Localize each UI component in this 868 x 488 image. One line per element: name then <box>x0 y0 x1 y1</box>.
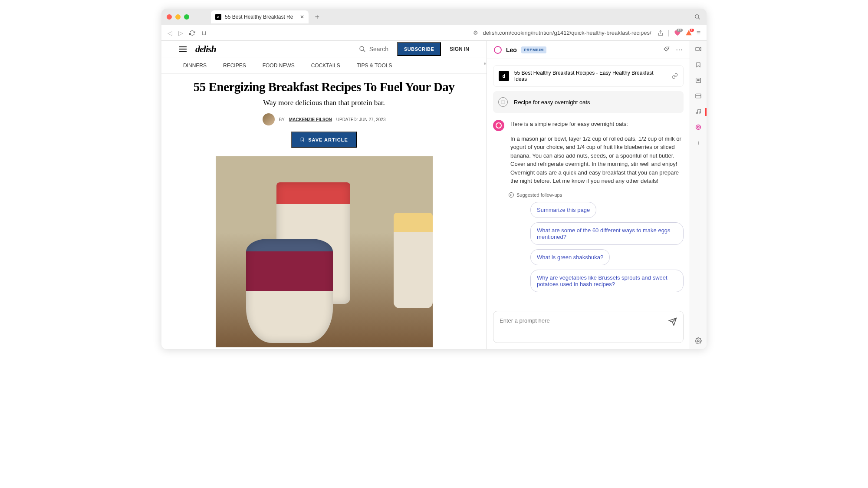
svg-rect-9 <box>696 94 701 98</box>
hero-image <box>216 156 433 347</box>
user-avatar-icon <box>498 97 508 107</box>
svg-point-2 <box>360 46 364 50</box>
new-tab-button[interactable]: + <box>315 13 319 22</box>
context-link-icon[interactable] <box>672 73 678 79</box>
leo-logo-icon <box>494 46 502 54</box>
more-icon[interactable]: ⋯ <box>676 46 683 54</box>
toolbar-icons: | 13 1 ≡ <box>658 29 701 37</box>
svg-point-14 <box>697 126 699 128</box>
signin-link[interactable]: SIGN IN <box>450 46 469 52</box>
send-icon[interactable] <box>668 317 677 326</box>
browser-tab[interactable]: d 55 Best Healthy Breakfast Re ✕ <box>211 10 309 23</box>
save-article-button[interactable]: SAVE ARTICLE <box>291 132 356 148</box>
by-prefix: BY <box>279 117 285 122</box>
nav-item[interactable]: DINNERS <box>183 63 207 69</box>
svg-point-12 <box>699 112 701 114</box>
author-name[interactable]: MACKENZIE FILSON <box>289 117 332 122</box>
svg-line-1 <box>698 18 700 20</box>
minimize-window-button[interactable] <box>175 14 181 20</box>
ai-body: In a mason jar or bowl, layer 1/2 cup of… <box>510 135 684 185</box>
tab-favicon-icon: d <box>215 14 221 20</box>
context-card[interactable]: d 55 Best Healthy Breakfast Recipes - Ea… <box>493 65 684 87</box>
article-title: 55 Energizing Breakfast Recipes To Fuel … <box>187 80 460 94</box>
site-nav: DINNERS RECIPES FOOD NEWS COCKTAILS TIPS… <box>161 57 487 74</box>
site-logo[interactable]: delish <box>195 43 216 55</box>
svg-point-15 <box>697 340 699 342</box>
tabstrip-search-icon[interactable] <box>694 14 700 20</box>
site-search[interactable]: Search <box>359 46 388 53</box>
content-row: delish Search SUBSCRIBE SIGN IN DINNERS … <box>161 41 707 349</box>
rail-add-icon[interactable]: + <box>694 139 702 147</box>
svg-rect-5 <box>696 47 699 51</box>
rail-bookmark-icon[interactable] <box>694 61 702 69</box>
browser-window: d 55 Best Healthy Breakfast Re ✕ + ◁ ▷ ⚙… <box>161 9 707 349</box>
followup-icon: ▸ <box>509 192 514 198</box>
brave-shield-icon[interactable]: 1 <box>685 30 692 36</box>
save-label: SAVE ARTICLE <box>308 137 348 142</box>
ai-message: Here is a simple recipe for easy overnig… <box>493 120 684 185</box>
tab-title: 55 Best Healthy Breakfast Re <box>225 14 293 20</box>
traffic-lights <box>167 14 189 20</box>
url-bar[interactable]: ⚙ delish.com/cooking/nutrition/g1412/qui… <box>201 30 651 36</box>
followup-suggestion[interactable]: Summarize this page <box>530 202 596 218</box>
bookmark-icon[interactable] <box>201 30 207 36</box>
rail-video-icon[interactable] <box>694 45 702 53</box>
webpage-content: delish Search SUBSCRIBE SIGN IN DINNERS … <box>161 41 487 349</box>
jar-peach <box>394 213 433 308</box>
reload-button[interactable] <box>189 30 195 36</box>
nav-item[interactable]: FOOD NEWS <box>263 63 295 69</box>
ai-intro: Here is a simple recipe for easy overnig… <box>510 120 684 129</box>
erase-icon[interactable] <box>663 46 670 54</box>
rewards-badge: 13 <box>677 29 683 32</box>
rail-settings-icon[interactable] <box>694 337 702 345</box>
prompt-box[interactable] <box>493 311 684 343</box>
ai-avatar-icon <box>493 120 504 131</box>
nav-item[interactable]: RECIPES <box>223 63 246 69</box>
svg-point-11 <box>696 112 698 114</box>
nav-item[interactable]: COCKTAILS <box>311 63 340 69</box>
followups-label-row: ▸ Suggested follow-ups <box>509 192 690 198</box>
rewards-icon[interactable]: 13 <box>674 30 681 36</box>
updated-date: UPDATED: JUN 27, 2023 <box>336 117 386 122</box>
titlebar: d 55 Best Healthy Breakfast Re ✕ + <box>161 9 707 25</box>
rail-leo-icon[interactable] <box>694 123 702 131</box>
share-icon[interactable] <box>658 30 664 36</box>
subscribe-button[interactable]: SUBSCRIBE <box>397 42 441 56</box>
rail-active-indicator <box>705 108 707 116</box>
context-favicon-icon: d <box>499 71 509 81</box>
followup-suggestion[interactable]: What are some of the 60 different ways t… <box>530 222 684 245</box>
back-button[interactable]: ◁ <box>168 30 172 36</box>
url-text: delish.com/cooking/nutrition/g1412/quick… <box>483 30 651 36</box>
rail-reader-icon[interactable] <box>694 76 702 84</box>
site-settings-icon[interactable]: ⚙ <box>473 30 478 36</box>
nav-item[interactable]: TIPS & TOOLS <box>357 63 392 69</box>
prompt-input[interactable] <box>500 317 668 324</box>
leo-header: Leo PREMIUM ⋯ <box>487 41 690 59</box>
site-menu-icon[interactable] <box>179 46 187 52</box>
bookmark-icon <box>300 137 305 142</box>
svg-point-13 <box>696 125 701 130</box>
context-title: 55 Best Healthy Breakfast Recipes - Easy… <box>514 70 667 82</box>
rail-news-icon[interactable] <box>694 92 702 100</box>
article-subtitle: Way more delicious than that protein bar… <box>187 99 460 107</box>
tab-close-button[interactable]: ✕ <box>300 14 304 20</box>
browser-toolbar: ◁ ▷ ⚙ delish.com/cooking/nutrition/g1412… <box>161 25 707 41</box>
shield-badge: 1 <box>690 29 694 32</box>
forward-button[interactable]: ▷ <box>178 30 183 36</box>
followup-suggestion[interactable]: Why are vegetables like Brussels sprouts… <box>530 270 684 292</box>
premium-badge: PREMIUM <box>521 46 546 53</box>
jar-blueberry <box>246 239 333 343</box>
close-window-button[interactable] <box>167 14 172 20</box>
scrollbar[interactable] <box>484 63 486 65</box>
followups-label: Suggested follow-ups <box>516 192 562 198</box>
user-message: Recipe for easy overnight oats <box>493 91 684 113</box>
svg-point-0 <box>695 15 699 18</box>
browser-menu-button[interactable]: ≡ <box>697 29 700 37</box>
search-label: Search <box>369 46 388 53</box>
maximize-window-button[interactable] <box>184 14 189 20</box>
followup-suggestion[interactable]: What is green shakshuka? <box>530 249 610 265</box>
leo-sidebar: Leo PREMIUM ⋯ d 55 Best Healthy Breakfas… <box>487 41 690 349</box>
author-avatar <box>263 113 275 125</box>
rail-music-icon[interactable] <box>694 108 702 115</box>
leo-name: Leo <box>506 46 517 53</box>
